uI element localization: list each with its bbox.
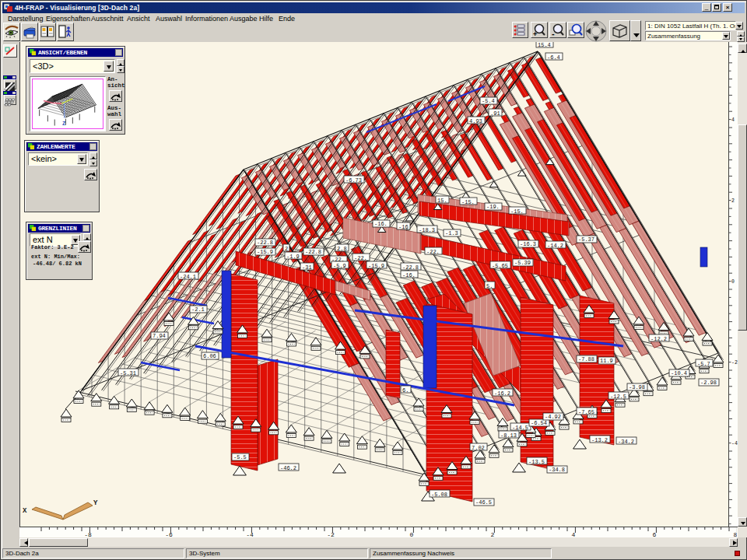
svg-text:-22.: -22. (354, 255, 367, 261)
svg-text:2.8: 2.8 (337, 246, 347, 252)
svg-text:-12.5: -12.5 (610, 394, 626, 400)
svg-text:7.94: 7.94 (153, 333, 166, 339)
svg-text:Y: Y (93, 499, 98, 507)
svg-text:-15.9: -15.9 (257, 249, 273, 255)
svg-text:-13.2: -13.2 (591, 437, 608, 443)
svg-text:-10.4: -10.4 (671, 370, 687, 376)
svg-text:6.: 6. (402, 387, 409, 394)
svg-text:-15.: -15. (510, 208, 524, 215)
svg-text:-5.31: -5.31 (120, 370, 136, 376)
svg-text:.91: .91 (490, 110, 500, 117)
svg-text:-5.7: -5.7 (697, 361, 710, 367)
svg-text:-15.9: -15.9 (368, 263, 384, 269)
svg-text:-6.73: -6.73 (345, 177, 362, 184)
svg-text:-2: -2 (731, 360, 738, 366)
svg-text:-2.98: -2.98 (700, 380, 717, 386)
svg-text:5.: 5. (486, 283, 493, 289)
svg-text:-2.1: -2.1 (191, 306, 205, 313)
svg-text:-46.5: -46.5 (475, 499, 492, 506)
svg-text:6.06: 6.06 (203, 353, 216, 359)
svg-text:-5.39: -5.39 (514, 260, 531, 266)
svg-text:-16.3: -16.3 (520, 241, 536, 247)
svg-text:-22.8: -22.8 (305, 249, 321, 255)
svg-text:2: 2 (731, 198, 735, 204)
svg-text:+: + (533, 30, 537, 37)
svg-text:2: 2 (285, 246, 288, 252)
svg-text:-6.54: -6.54 (531, 420, 547, 426)
svg-text:4.93: 4.93 (469, 118, 482, 124)
svg-text:-7.88: -7.88 (578, 356, 594, 362)
svg-text:-18.3: -18.3 (419, 227, 435, 233)
svg-text:-: - (552, 29, 555, 37)
svg-text:15.4: 15.4 (538, 42, 551, 48)
svg-text:-34.8: -34.8 (549, 467, 565, 473)
svg-text:11.9: 11.9 (600, 358, 613, 364)
svg-text:-12.2: -12.2 (651, 336, 667, 342)
svg-text:-13.5: -13.5 (528, 459, 545, 465)
svg-text:-34.2: -34.2 (618, 439, 634, 445)
svg-text:-1.9: -1.9 (286, 254, 300, 260)
svg-text:Z: Z (62, 121, 65, 127)
svg-text:-5.65: -5.65 (492, 263, 508, 269)
svg-text:-16.: -16. (374, 221, 388, 227)
svg-text:-22.: -22. (426, 249, 440, 255)
svg-text:-6.4: -6.4 (547, 54, 560, 61)
svg-text:-5.5: -5.5 (233, 454, 247, 460)
svg-text:-4: -4 (731, 441, 738, 446)
svg-text:-31: -31 (302, 264, 312, 271)
svg-text:-7.65: -7.65 (578, 409, 594, 415)
svg-text:X: X (23, 507, 27, 515)
svg-text:-24.1: -24.1 (180, 274, 196, 280)
svg-text:-16: -16 (398, 224, 409, 230)
svg-text:-19.: -19. (486, 204, 500, 210)
svg-text:-8.13: -8.13 (500, 432, 517, 439)
svg-text:0: 0 (731, 279, 735, 285)
svg-text:-22.8: -22.8 (257, 240, 273, 246)
svg-text:4: 4 (731, 117, 735, 123)
svg-text:-14.5: -14.5 (512, 425, 528, 431)
svg-text:7.02: 7.02 (472, 445, 485, 451)
svg-text:-5.37: -5.37 (578, 236, 594, 243)
svg-text:-16.2: -16.2 (494, 390, 510, 397)
svg-text:-3.98: -3.98 (629, 384, 645, 390)
svg-text:-14.2: -14.2 (547, 243, 563, 249)
svg-text:-4.92: -4.92 (545, 414, 561, 420)
svg-text:-46.2: -46.2 (280, 465, 296, 471)
svg-text:-16.: -16. (402, 272, 416, 278)
svg-text:-5.08: -5.08 (431, 492, 447, 498)
svg-text:15.: 15. (437, 198, 447, 204)
svg-text:-5.4: -5.4 (482, 98, 495, 104)
svg-text:-15.: -15. (461, 199, 475, 205)
svg-text:-5.9: -5.9 (333, 263, 346, 269)
svg-text:-1.3: -1.3 (445, 230, 458, 236)
svg-text:-22.8: -22.8 (402, 264, 419, 271)
